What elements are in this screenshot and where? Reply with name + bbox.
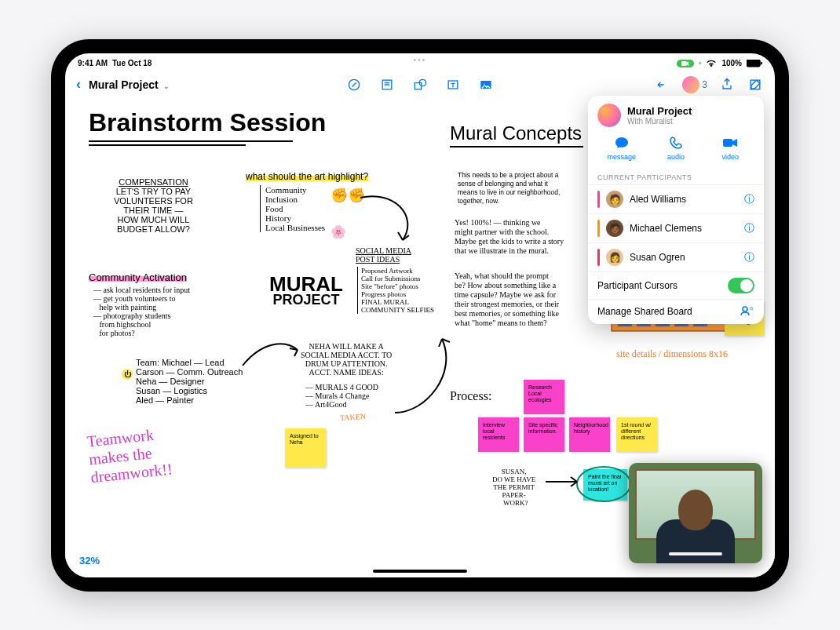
info-icon[interactable]: ⓘ [744, 250, 754, 264]
participants-section-label: CURRENT PARTICIPANTS [588, 169, 764, 184]
battery-pct: 100% [721, 59, 742, 67]
sticky-tool-icon[interactable] [378, 76, 396, 93]
community-body: — ask local residents for input — get yo… [93, 286, 190, 337]
cursive-1: Yes! 100%! — thinking we might partner w… [455, 218, 596, 256]
toggle-switch[interactable] [728, 278, 754, 293]
participant-row[interactable]: 🧑Aled Williamsⓘ [588, 184, 764, 213]
collaborate-icon [740, 305, 754, 319]
message-icon [614, 135, 630, 151]
arrow-1 [356, 193, 434, 248]
info-icon[interactable]: ⓘ [744, 221, 754, 235]
board-avatar-icon [597, 104, 621, 127]
svg-point-18 [577, 467, 630, 501]
heading-concepts: Mural Concepts [450, 122, 583, 147]
site-caption: site details / dimensions 8x16 [616, 348, 728, 360]
pip-person [656, 485, 735, 563]
text-tool-icon[interactable] [444, 76, 462, 93]
svg-rect-1 [747, 60, 760, 67]
susan-note: SUSAN, DO WE HAVE THE PERMIT PAPER- WORK… [492, 468, 535, 507]
home-indicator[interactable] [373, 570, 467, 573]
audio-action[interactable]: audio [654, 135, 698, 161]
wifi-icon [706, 60, 717, 67]
svg-rect-2 [761, 61, 762, 64]
info-icon[interactable]: ⓘ [744, 192, 754, 206]
sticky-assigned[interactable]: Assigned to Neha [285, 428, 326, 468]
popover-subtitle: With Muralist [627, 117, 692, 126]
collaborators-button[interactable]: 3 [682, 76, 707, 93]
sticky-site[interactable]: Site specific information. [524, 417, 564, 452]
social-label: SOCIAL MEDIA POST IDEAS [356, 246, 411, 264]
arrow-2 [238, 334, 301, 373]
board-title[interactable]: Mural Project ⌄ [89, 78, 170, 91]
screen: ••• 9:41 AM Tue Oct 18 • 100% ‹ Mural Pr… [65, 53, 775, 577]
status-date: Tue Oct 18 [112, 59, 152, 67]
pen-tool-icon[interactable] [345, 76, 363, 93]
zoom-level[interactable]: 32% [79, 555, 100, 566]
sticky-interview[interactable]: Interview local residents [478, 417, 519, 452]
chevron-down-icon: ⌄ [163, 82, 170, 90]
mural-logo: MURAL PROJECT [269, 275, 343, 307]
message-action[interactable]: message [600, 135, 644, 161]
facetime-pip[interactable] [629, 463, 762, 563]
compensation-block: COMPENSATION LET'S TRY TO PAY VOLUNTEERS… [114, 177, 193, 234]
video-icon [722, 135, 738, 151]
shape-tool-icon[interactable] [411, 76, 429, 93]
facetime-pill[interactable] [677, 60, 694, 67]
heading-brainstorm: Brainstorm Session [89, 108, 326, 146]
highlight-list: Community Inclusion Food History Local B… [260, 185, 325, 232]
taken-note: TAKEN [340, 411, 367, 421]
svg-rect-5 [415, 82, 421, 89]
compose-icon[interactable] [747, 76, 764, 93]
participant-cursors-toggle[interactable]: Participant Cursors [588, 271, 764, 299]
social-body: Proposed Artwork Call for Submissions Si… [357, 267, 434, 314]
manage-shared-board[interactable]: Manage Shared Board [588, 299, 764, 324]
participant-row[interactable]: 🧑🏾Michael Clemensⓘ [588, 213, 764, 242]
app-toolbar: ‹ Mural Project ⌄ 3 [65, 71, 775, 99]
avatar-icon [682, 76, 699, 93]
arrow-4 [544, 474, 583, 490]
collaboration-popover: Mural Project With Muralist message audi… [588, 96, 764, 324]
teamwork-note: Teamwork makes the dreamwork!! [86, 424, 173, 486]
svg-rect-19 [723, 139, 732, 147]
back-chevron[interactable]: ‹ [76, 76, 81, 93]
svg-rect-0 [681, 61, 687, 66]
neha-body: NEHA WILL MAKE A SOCIAL MEDIA ACCT. TO D… [301, 342, 392, 377]
battery-icon [747, 60, 762, 67]
circle-annotation [575, 464, 632, 504]
sticky-neigh[interactable]: Neighborhood history [569, 417, 610, 452]
cursive-2: Yeah, what should the prompt be? How abo… [455, 271, 601, 328]
neha-ideas: — MURALS 4 GOOD — Murals 4 Change — Art4… [305, 383, 378, 409]
team-body: Team: Michael — Lead Carson — Comm. Outr… [136, 358, 243, 405]
sticky-research[interactable]: Research Local ecologies [524, 380, 564, 414]
video-action[interactable]: video [708, 135, 752, 161]
community-label: Community Activation [89, 271, 187, 284]
typed-intro: This needs to be a project about a sense… [458, 171, 591, 206]
multitask-grip[interactable]: ••• [414, 56, 427, 64]
participant-row[interactable]: 👩Susan Ogrenⓘ [588, 242, 764, 271]
undo-icon[interactable] [654, 76, 671, 93]
highlight-question: what should the art highlight? [246, 171, 368, 183]
ipad-frame: ••• 9:41 AM Tue Oct 18 • 100% ‹ Mural Pr… [51, 39, 789, 592]
status-time: 9:41 AM [78, 59, 108, 67]
sticky-round[interactable]: 1st round w/ different directions [616, 417, 657, 452]
arrow-3 [387, 334, 458, 428]
photo-tool-icon[interactable] [477, 76, 495, 93]
share-icon[interactable] [718, 76, 736, 93]
popover-title: Mural Project [627, 105, 692, 117]
phone-icon [668, 135, 684, 151]
svg-point-20 [743, 307, 747, 311]
tool-picker [345, 76, 495, 93]
